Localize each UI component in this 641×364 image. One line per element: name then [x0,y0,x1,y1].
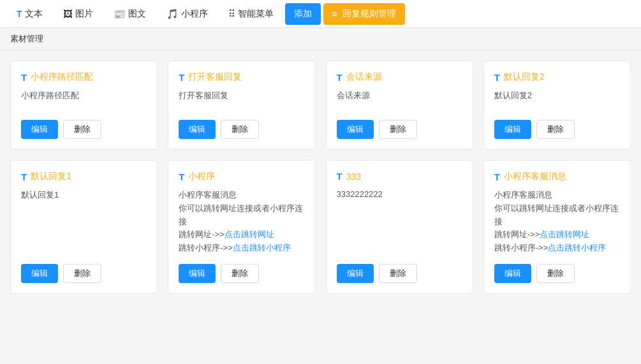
card-type-icon: T [494,171,500,182]
tab-menu-label: 智能菜单 [238,8,274,20]
tab-mini-label: 小程序 [181,8,208,20]
breadcrumb-bar: 素材管理 [0,28,641,50]
card-link-row: 跳转小程序->>点击跳转小程序 [179,242,304,255]
card-content: 默认回复2 [494,89,620,111]
tab-manage-label: 回复规则管理 [343,8,396,20]
card-content-line: 你可以跳转网址连接或者小程序连接 [179,202,304,229]
delete-button[interactable]: 删除 [536,120,575,139]
card-title-text: 默认回复1 [31,171,71,182]
delete-button[interactable]: 删除 [379,120,417,139]
edit-button[interactable]: 编辑 [494,120,531,139]
mini-icon: 🎵 [166,8,179,20]
card-type-icon: T [179,72,184,83]
link-label: 跳转小程序->> [494,243,549,252]
card-content-line: 默认回复2 [494,89,620,103]
card-item: T小程序路径匹配小程序路径匹配编辑删除 [10,61,158,150]
card-content: 打开客服回复 [179,89,304,111]
card-item: T3333332222222编辑删除 [326,160,473,294]
card-item: T默认回复1默认回复1编辑删除 [10,160,158,294]
delete-button[interactable]: 删除 [379,264,417,283]
delete-button[interactable]: 删除 [221,120,259,139]
link-label: 跳转小程序->> [179,243,233,252]
card-type-icon: T [337,171,343,182]
card-type-icon: T [337,72,343,83]
card-content-line: 默认回复1 [21,189,147,202]
card-link-row: 跳转网址->>点击跳转网址 [494,228,620,242]
card-content: 会话来源 [337,89,462,111]
text-icon: T [17,9,22,19]
card-title: T默认回复2 [494,71,620,83]
card-title-text: 默认回复2 [504,71,545,83]
link-label: 跳转网址->> [494,229,540,239]
tab-mini[interactable]: 🎵 小程序 [158,3,217,25]
card-title: T打开客服回复 [179,71,304,83]
card-title-text: 会话来源 [346,71,382,83]
content-area: T小程序路径匹配小程序路径匹配编辑删除T打开客服回复打开客服回复编辑删除T会话来… [0,50,641,363]
link-anchor[interactable]: 点击跳转网址 [225,229,274,239]
card-item: T小程序客服消息小程序客服消息你可以跳转网址连接或者小程序连接跳转网址->>点击… [483,160,631,294]
delete-button[interactable]: 删除 [63,120,101,139]
card-content: 小程序客服消息你可以跳转网址连接或者小程序连接跳转网址->>点击跳转网址跳转小程… [179,189,304,255]
card-content-line: 会话来源 [337,89,462,103]
card-item: T小程序小程序客服消息你可以跳转网址连接或者小程序连接跳转网址->>点击跳转网址… [168,160,315,294]
card-content-line: 小程序客服消息 [494,189,620,202]
card-content: 默认回复1 [21,189,147,255]
card-actions: 编辑删除 [494,264,620,283]
card-actions: 编辑删除 [337,120,462,139]
edit-button[interactable]: 编辑 [337,264,374,283]
top-bar: T 文本 🖼 图片 📰 图文 🎵 小程序 ⠿ 智能菜单 添加 ≡ 回复规则管理 [0,0,641,28]
card-content: 小程序客服消息你可以跳转网址连接或者小程序连接跳转网址->>点击跳转网址跳转小程… [494,189,620,255]
link-anchor[interactable]: 点击跳转网址 [540,229,589,239]
tab-add[interactable]: 添加 [285,3,321,25]
tab-text[interactable]: T 文本 [8,3,52,25]
card-title-text: 333 [346,171,361,182]
add-label: 添加 [294,8,312,20]
card-type-icon: T [21,171,27,182]
card-content: 3332222222 [337,188,462,255]
card-title: T小程序客服消息 [494,171,620,182]
link-label: 跳转网址->> [179,229,225,239]
card-actions: 编辑删除 [494,120,620,139]
card-item: T默认回复2默认回复2编辑删除 [483,61,631,150]
tab-image[interactable]: 🖼 图片 [54,3,102,25]
edit-button[interactable]: 编辑 [179,264,216,283]
card-actions: 编辑删除 [21,264,147,283]
menu-icon: ⠿ [228,8,235,20]
card-title-text: 打开客服回复 [188,71,242,83]
cards-grid: T小程序路径匹配小程序路径匹配编辑删除T打开客服回复打开客服回复编辑删除T会话来… [10,61,631,294]
edit-button[interactable]: 编辑 [494,264,531,283]
card-actions: 编辑删除 [179,120,304,139]
edit-button[interactable]: 编辑 [21,264,58,283]
card-link-row: 跳转小程序->>点击跳转小程序 [494,242,620,255]
card-content-line: 你可以跳转网址连接或者小程序连接 [494,202,620,229]
delete-button[interactable]: 删除 [536,264,575,283]
tab-menu[interactable]: ⠿ 智能菜单 [219,3,283,25]
card-content: 小程序路径匹配 [21,89,147,111]
card-title: T333 [337,171,462,182]
card-type-icon: T [179,171,184,182]
card-title: T小程序路径匹配 [21,71,147,83]
manage-icon: ≡ [332,9,337,19]
card-item: T打开客服回复打开客服回复编辑删除 [168,61,315,150]
edit-button[interactable]: 编辑 [179,120,216,139]
edit-button[interactable]: 编辑 [337,120,374,139]
link-anchor[interactable]: 点击跳转小程序 [548,243,606,252]
card-title: T会话来源 [337,71,462,83]
tab-image-label: 图片 [75,8,93,20]
edit-button[interactable]: 编辑 [21,120,58,139]
tab-manage[interactable]: ≡ 回复规则管理 [323,3,405,25]
card-title-text: 小程序路径匹配 [31,71,93,83]
card-content-line: 3332222222 [337,188,462,201]
card-content-line: 打开客服回复 [179,89,304,103]
tab-graphic[interactable]: 📰 图文 [105,3,155,25]
card-actions: 编辑删除 [21,120,147,139]
breadcrumb-text: 素材管理 [10,34,43,43]
card-title-text: 小程序客服消息 [504,171,566,182]
delete-button[interactable]: 删除 [221,264,259,283]
delete-button[interactable]: 删除 [63,264,101,283]
card-title: T默认回复1 [21,171,147,182]
image-icon: 🖼 [63,8,73,19]
graphic-icon: 📰 [114,8,126,20]
tab-graphic-label: 图文 [128,8,146,20]
link-anchor[interactable]: 点击跳转小程序 [233,243,291,252]
